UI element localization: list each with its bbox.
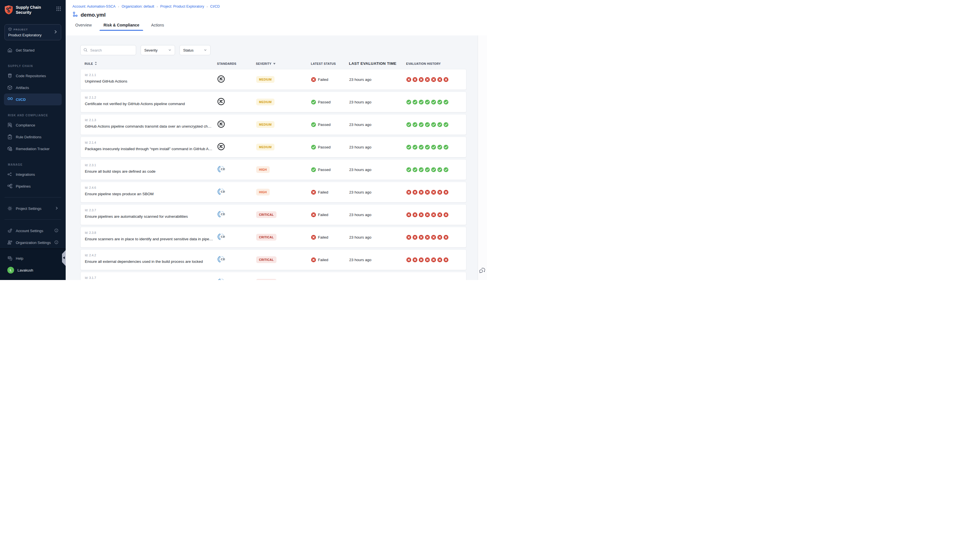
sidebar-item-user[interactable]: L Lavakush bbox=[4, 264, 62, 276]
status-text: Passed bbox=[318, 100, 330, 104]
main-area: Account: Automation-SSCA › Organization:… bbox=[66, 0, 487, 280]
status-text: Failed bbox=[318, 235, 329, 240]
search-icon bbox=[83, 48, 88, 53]
breadcrumb-organization[interactable]: Organization: default bbox=[122, 5, 154, 8]
status-icon bbox=[311, 257, 316, 262]
table-row[interactable]: Id: 3.1.7 CIS CRITICAL Failed 23 hours a… bbox=[80, 272, 467, 280]
sidebar-item-label: Help bbox=[16, 256, 23, 260]
sidebar-item-organization-settings[interactable]: Organization Settings bbox=[4, 237, 62, 248]
document-search-icon bbox=[7, 123, 12, 128]
project-selector[interactable]: PROJECT Product Exploratory bbox=[5, 24, 61, 40]
sidebar-item-label: Account Settings bbox=[16, 229, 43, 233]
rule-name: GitHub Actions pipeline commands transmi… bbox=[85, 124, 217, 128]
sidebar-item-artifacts[interactable]: Artifacts bbox=[4, 82, 62, 93]
table-row[interactable]: Id: 2.3.7 Ensure pipelines are automatic… bbox=[80, 204, 467, 225]
status-text: Failed bbox=[318, 258, 329, 262]
app-title: Supply Chain Security bbox=[16, 5, 53, 15]
chevron-down-icon bbox=[168, 48, 171, 53]
breadcrumb-cicd[interactable]: CI/CD bbox=[210, 5, 220, 8]
sidebar-item-remediation-tracker[interactable]: Remediation Tracker bbox=[4, 143, 62, 155]
sidebar-item-project-settings[interactable]: Project Settings bbox=[4, 203, 62, 214]
sidebar-item-label: Remediation Tracker bbox=[16, 147, 50, 151]
sidebar-item-cicd[interactable]: CI/CD bbox=[4, 93, 62, 105]
status-icon bbox=[311, 190, 316, 195]
section-label-supply-chain: SUPPLY CHAIN bbox=[8, 65, 61, 68]
chevron-separator-icon: › bbox=[157, 5, 158, 8]
section-label-risk-compliance: RISK AND COMPLIANCE bbox=[8, 114, 61, 117]
sidebar-item-label: Code Repositories bbox=[16, 74, 46, 78]
chat-support-icon[interactable] bbox=[479, 268, 485, 275]
last-evaluation-time: 23 hours ago bbox=[349, 190, 406, 194]
severity-filter-dropdown[interactable]: Severity bbox=[141, 45, 175, 55]
sidebar-item-account-settings[interactable]: Account Settings bbox=[4, 225, 62, 237]
sidebar-item-pipelines[interactable]: Pipelines bbox=[4, 180, 62, 192]
status-icon bbox=[311, 122, 316, 127]
table-row[interactable]: Id: 2.4.2 Ensure all external dependenci… bbox=[80, 249, 467, 270]
table-row[interactable]: Id: 2.1.4 Packages insecurely installed … bbox=[80, 137, 467, 157]
sort-desc-icon[interactable] bbox=[273, 62, 276, 65]
sidebar-footer: ? Help L Lavakush bbox=[0, 248, 66, 280]
status-text: Failed bbox=[318, 190, 329, 194]
cis-icon: CIS bbox=[217, 165, 225, 173]
evaluation-history bbox=[406, 212, 462, 217]
sidebar-item-label: Integrations bbox=[16, 172, 35, 177]
table-row[interactable]: Id: 2.1.2 Certificate not verified by Gi… bbox=[80, 92, 467, 112]
chevron-separator-icon: › bbox=[207, 5, 208, 8]
sort-icon[interactable] bbox=[95, 62, 97, 66]
table-row[interactable]: Id: 2.3.1 Ensure all build steps are def… bbox=[80, 159, 467, 180]
cis-icon: CIS bbox=[217, 278, 225, 280]
table-row[interactable]: Id: 2.1.3 GitHub Actions pipeline comman… bbox=[80, 114, 467, 135]
chevron-right-icon bbox=[53, 30, 57, 35]
status-icon bbox=[311, 145, 316, 150]
tab-risk-and-compliance[interactable]: Risk & Compliance bbox=[103, 22, 140, 31]
supply-chain-security-logo-icon bbox=[5, 5, 13, 16]
evaluation-history bbox=[406, 100, 462, 105]
sidebar-item-integrations[interactable]: Integrations bbox=[4, 168, 62, 180]
pipelines-icon bbox=[7, 184, 12, 189]
sidebar-item-label: Organization Settings bbox=[16, 240, 51, 245]
org-gear-icon bbox=[7, 240, 12, 245]
last-evaluation-time: 23 hours ago bbox=[349, 123, 406, 127]
sidebar-item-code-repositories[interactable]: Code Repositories bbox=[4, 70, 62, 82]
status-filter-dropdown[interactable]: Status bbox=[180, 45, 210, 55]
project-cube-icon bbox=[8, 27, 12, 32]
svg-text:CIS: CIS bbox=[221, 235, 225, 238]
tab-overview[interactable]: Overview bbox=[75, 22, 92, 31]
info-icon[interactable] bbox=[54, 228, 58, 233]
rule-id: Id: 2.1.2 bbox=[85, 96, 217, 99]
table-row[interactable]: Id: 2.4.6 Ensure pipeline steps produce … bbox=[80, 182, 467, 203]
svg-text:CIS: CIS bbox=[221, 190, 225, 193]
layers-gear-icon bbox=[7, 228, 12, 233]
severity-badge: CRITICAL bbox=[256, 211, 277, 218]
severity-badge: CRITICAL bbox=[256, 256, 277, 263]
table-row[interactable]: Id: 2.3.8 Ensure scanners are in place t… bbox=[80, 227, 467, 248]
app-grid-icon[interactable] bbox=[56, 6, 61, 12]
info-icon[interactable] bbox=[54, 240, 58, 245]
severity-badge: CRITICAL bbox=[256, 279, 277, 280]
breadcrumb-account[interactable]: Account: Automation-SSCA bbox=[72, 5, 115, 8]
search-input[interactable] bbox=[80, 45, 136, 55]
owasp-icon bbox=[217, 98, 225, 105]
sidebar-item-label: Project Settings bbox=[16, 207, 42, 211]
table-header: RULE STANDARDS SEVERITY LATEST STATUS LA… bbox=[80, 62, 467, 66]
cis-icon: CIS bbox=[217, 188, 225, 195]
sidebar-item-help[interactable]: ? Help bbox=[4, 252, 62, 264]
severity-badge: CRITICAL bbox=[256, 234, 277, 240]
sidebar-item-rule-definitions[interactable]: Rule Definitions bbox=[4, 131, 62, 143]
svg-text:?: ? bbox=[9, 257, 10, 258]
last-evaluation-time: 23 hours ago bbox=[349, 77, 406, 82]
sidebar-item-label: Get Started bbox=[16, 48, 34, 52]
breadcrumb-project[interactable]: Project: Product Exploratory bbox=[160, 5, 204, 8]
artifacts-cube-icon bbox=[7, 85, 12, 90]
cis-icon: CIS bbox=[217, 210, 225, 218]
table-row[interactable]: Id: 2.1.1 Unpinned GitHub Actions MEDIUM… bbox=[80, 69, 467, 90]
status-filter-label: Status bbox=[183, 48, 193, 52]
status-text: Passed bbox=[318, 145, 330, 149]
avatar: L bbox=[7, 267, 14, 273]
section-label-manage: MANAGE bbox=[8, 163, 61, 166]
help-chat-icon: ? bbox=[7, 256, 12, 261]
evaluation-history bbox=[406, 167, 462, 172]
tab-actions[interactable]: Actions bbox=[150, 22, 165, 31]
sidebar-item-get-started[interactable]: Get Started bbox=[4, 44, 62, 56]
sidebar-item-compliance[interactable]: Compliance bbox=[4, 119, 62, 131]
